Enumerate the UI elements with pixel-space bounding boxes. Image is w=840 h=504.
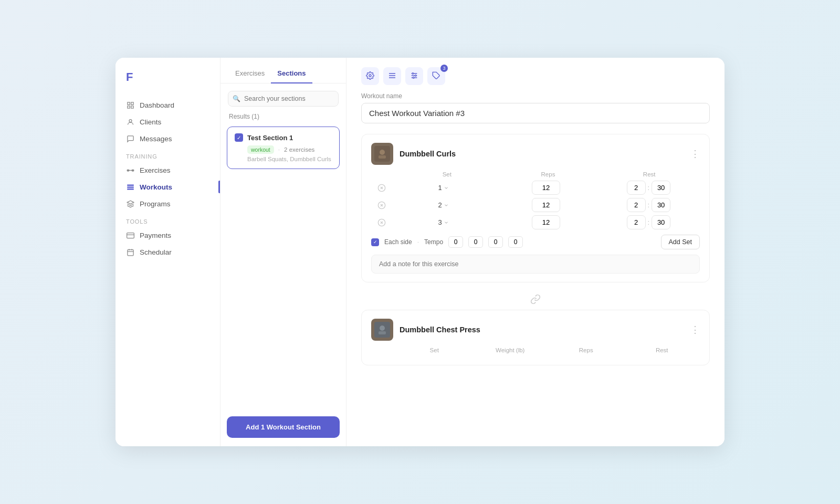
tab-exercises[interactable]: Exercises: [229, 64, 271, 83]
set-1-number[interactable]: 1: [392, 184, 495, 192]
more-options-icon[interactable]: ⋮: [690, 148, 700, 160]
rest-separator-2: :: [648, 201, 650, 209]
sidebar-item-programs-label: Programs: [140, 200, 171, 208]
grid-icon: [126, 101, 134, 109]
tempo-input-3[interactable]: [488, 236, 503, 248]
rest-sec-input-2[interactable]: [652, 198, 670, 212]
svg-rect-0: [127, 102, 129, 104]
sidebar-item-schedular[interactable]: Schedular: [116, 244, 220, 260]
toolbar-settings-button[interactable]: [361, 67, 379, 85]
set-row-2: 2 :: [371, 198, 700, 212]
svg-rect-12: [127, 188, 133, 189]
svg-point-4: [129, 119, 132, 122]
svg-marker-13: [127, 201, 134, 204]
tab-sections[interactable]: Sections: [271, 64, 312, 83]
remove-set-2-icon[interactable]: [371, 201, 392, 209]
sets-header-2: Set Weight (lb) Reps Rest: [371, 347, 700, 353]
app-logo: F: [116, 70, 220, 97]
rest-separator-3: :: [648, 218, 650, 226]
tune-icon: [410, 71, 418, 81]
chat-icon: [126, 134, 134, 143]
sidebar-item-clients[interactable]: Clients: [116, 113, 220, 130]
training-section-label: Training: [116, 147, 220, 162]
sidebar-item-programs[interactable]: Programs: [116, 195, 220, 212]
more-options-icon-2[interactable]: ⋮: [690, 324, 700, 335]
workout-badge: workout: [247, 145, 274, 154]
set-row-3: 3 :: [371, 215, 700, 229]
toolbar-list-button[interactable]: [383, 67, 401, 85]
sidebar-item-exercises[interactable]: Exercises: [116, 162, 220, 178]
search-bar: 🔍: [228, 91, 339, 107]
creditcard-icon: [126, 231, 134, 239]
set-2-reps[interactable]: [495, 198, 597, 212]
exercise-footer: Each side · Tempo Add Set: [371, 235, 700, 249]
set-1-rest[interactable]: :: [597, 181, 700, 195]
workout-name-input[interactable]: [361, 103, 710, 123]
sidebar-item-payments[interactable]: Payments: [116, 227, 220, 244]
sidebar-item-messages[interactable]: Messages: [116, 130, 220, 147]
svg-rect-2: [127, 106, 129, 108]
search-icon: 🔍: [233, 95, 240, 102]
exercises-count: 2 exercises: [284, 146, 314, 153]
search-input[interactable]: [228, 91, 339, 107]
each-side-checkbox[interactable]: [371, 238, 379, 246]
sidebar-item-schedular-label: Schedular: [140, 248, 172, 256]
toolbar-tune-button[interactable]: [405, 67, 423, 85]
set-3-number[interactable]: 3: [392, 218, 495, 226]
reps-input-1[interactable]: [532, 181, 560, 195]
link-separator: [361, 289, 710, 310]
section-checkbox[interactable]: [235, 133, 243, 142]
svg-rect-3: [131, 106, 133, 108]
set-col-header: Set: [396, 171, 498, 177]
svg-point-29: [413, 77, 414, 78]
set-col-header-2: Set: [396, 347, 472, 353]
svg-rect-14: [127, 233, 134, 238]
reps-col-header-2: Reps: [548, 347, 624, 353]
settings-icon: [366, 71, 374, 81]
exercise-card-dumbbell-chest-press: Dumbbell Chest Press ⋮ Set Weight (lb) R…: [361, 310, 710, 365]
svg-point-28: [415, 75, 416, 76]
meta-separator: ·: [278, 146, 280, 153]
svg-rect-11: [127, 186, 133, 187]
add-set-button[interactable]: Add Set: [661, 235, 700, 249]
rest-sec-input-1[interactable]: [652, 181, 670, 195]
set-row-1: 1 :: [371, 181, 700, 195]
sidebar: F Dashboard Clients Messages Training Ex…: [116, 58, 220, 446]
reps-input-2[interactable]: [532, 198, 560, 212]
tempo-label: Tempo: [424, 238, 443, 246]
sidebar-item-workouts[interactable]: Workouts: [116, 178, 220, 195]
remove-set-1-icon[interactable]: [371, 184, 392, 192]
toolbar-tag-button[interactable]: 3: [427, 67, 445, 85]
set-2-rest[interactable]: :: [597, 198, 700, 212]
main-panel: 3 Workout name Dumbbell Curls ⋮: [346, 58, 724, 446]
set-3-reps[interactable]: [495, 215, 597, 229]
exercise-card-dumbbell-curls: Dumbbell Curls ⋮ Set Reps Rest 1: [361, 134, 710, 282]
reps-input-3[interactable]: [532, 215, 560, 229]
exercise-thumbnail-2: [371, 319, 393, 341]
rest-min-input-3[interactable]: [627, 215, 646, 229]
exercise-header-2: Dumbbell Chest Press ⋮: [371, 319, 700, 341]
sidebar-item-dashboard[interactable]: Dashboard: [116, 97, 220, 113]
exercise-note-input[interactable]: [371, 255, 700, 274]
rest-sec-input-3[interactable]: [652, 215, 670, 229]
set-1-reps[interactable]: [495, 181, 597, 195]
svg-rect-45: [379, 331, 386, 334]
person-icon: [126, 118, 134, 126]
sidebar-item-dashboard-label: Dashboard: [140, 101, 174, 109]
remove-set-3-icon[interactable]: [371, 218, 392, 227]
rest-separator: :: [648, 184, 650, 192]
set-2-number[interactable]: 2: [392, 201, 495, 209]
set-3-rest[interactable]: :: [597, 215, 700, 229]
tempo-input-4[interactable]: [508, 236, 523, 248]
tabs-row: Exercises Sections: [220, 64, 346, 83]
rest-col-header: Rest: [598, 171, 700, 177]
rest-min-input-2[interactable]: [627, 198, 646, 212]
workout-name-label: Workout name: [361, 92, 710, 100]
tempo-input-2[interactable]: [468, 236, 483, 248]
rest-min-input-1[interactable]: [627, 181, 646, 195]
section-card[interactable]: Test Section 1 workout · 2 exercises Bar…: [227, 127, 340, 169]
sidebar-item-workouts-label: Workouts: [140, 183, 172, 191]
add-section-button[interactable]: Add 1 Workout Section: [227, 416, 340, 438]
tempo-input-1[interactable]: [448, 236, 463, 248]
exercise-name: Dumbbell Curls: [400, 150, 684, 158]
